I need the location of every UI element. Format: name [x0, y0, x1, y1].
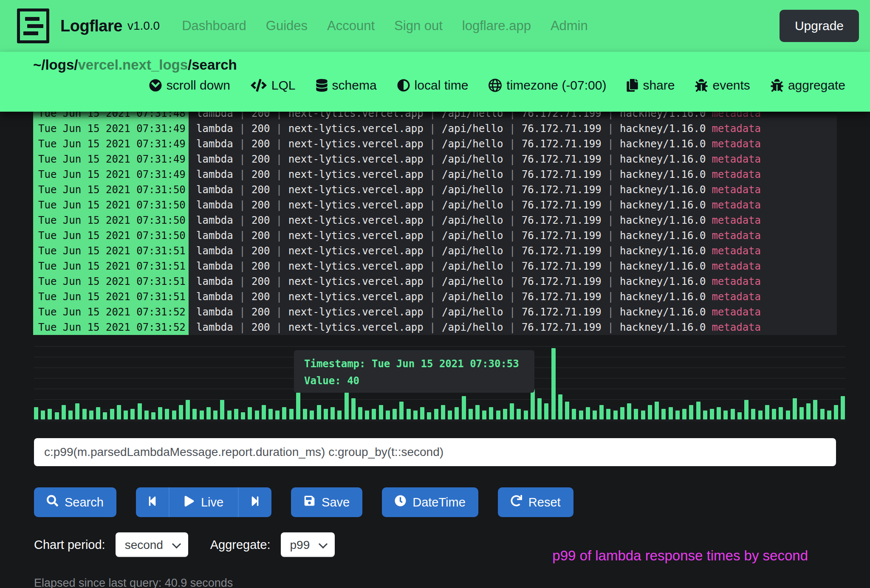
chart-bar[interactable]	[151, 412, 155, 419]
nav-link-guides[interactable]: Guides	[266, 18, 308, 34]
chart-bar[interactable]	[841, 396, 845, 419]
chart-bar[interactable]	[496, 411, 500, 419]
chart-bar[interactable]	[213, 411, 218, 419]
chart-bar[interactable]	[758, 411, 763, 419]
chart-bar[interactable]	[503, 409, 507, 419]
toolbar-item-local-time[interactable]: local time	[397, 78, 469, 93]
chart-bar[interactable]	[262, 405, 266, 419]
chart-bar[interactable]	[737, 412, 742, 419]
chart-bar[interactable]	[144, 411, 149, 419]
chart-bar[interactable]	[786, 411, 790, 419]
chart-bar[interactable]	[448, 411, 452, 419]
chart-bar[interactable]	[130, 409, 135, 419]
toolbar-item-events[interactable]: events	[695, 78, 750, 93]
search-button[interactable]: Search	[34, 487, 116, 517]
nav-link-admin[interactable]: Admin	[551, 18, 588, 34]
breadcrumb-source[interactable]: vercel.next_logs	[78, 57, 188, 73]
chart-bar[interactable]	[192, 409, 197, 419]
chart-bar[interactable]	[551, 348, 556, 419]
chart-bar[interactable]	[661, 409, 666, 419]
chart-bar[interactable]	[682, 409, 686, 419]
chart-bar[interactable]	[75, 403, 79, 419]
chart-bar[interactable]	[365, 411, 369, 419]
chart-bar[interactable]	[489, 407, 493, 419]
chart-bar[interactable]	[386, 411, 390, 419]
log-row[interactable]: Tue Jun 15 2021 07:31:52lambda | 200 | n…	[33, 320, 837, 335]
chart-bar[interactable]	[358, 407, 362, 419]
chart-bar[interactable]	[427, 412, 431, 419]
chart-bar[interactable]	[317, 405, 321, 419]
log-row[interactable]: Tue Jun 15 2021 07:31:49lambda | 200 | n…	[33, 152, 837, 167]
chart-bar[interactable]	[641, 411, 645, 419]
chart-bar[interactable]	[268, 409, 273, 419]
datetime-button[interactable]: DateTime	[382, 487, 478, 517]
chart-bar[interactable]	[696, 402, 701, 419]
chart-bar[interactable]	[310, 411, 314, 419]
chart-period-select[interactable]: second	[116, 532, 188, 557]
nav-link-logflare-app[interactable]: logflare.app	[462, 18, 531, 34]
chart-bar[interactable]	[634, 409, 638, 419]
live-button[interactable]: Live	[169, 487, 238, 517]
log-row[interactable]: Tue Jun 15 2021 07:31:49lambda | 200 | n…	[33, 136, 837, 152]
chart-bar[interactable]	[620, 407, 624, 419]
log-row[interactable]: Tue Jun 15 2021 07:31:51lambda | 200 | n…	[33, 259, 837, 274]
toolbar-item-aggregate[interactable]: aggregate	[771, 78, 845, 93]
chart-bar[interactable]	[723, 411, 728, 419]
log-row[interactable]: Tue Jun 15 2021 07:31:50lambda | 200 | n…	[33, 228, 837, 243]
chart-bar[interactable]	[441, 405, 445, 419]
metadata-link[interactable]: metadata	[712, 291, 761, 303]
skip-to-start-button[interactable]	[136, 487, 169, 517]
chart-bar[interactable]	[372, 409, 376, 419]
chart-bar[interactable]	[565, 402, 569, 419]
chart-bar[interactable]	[572, 409, 576, 419]
log-row[interactable]: Tue Jun 15 2021 07:31:49lambda | 200 | n…	[33, 167, 837, 182]
toolbar-item-share[interactable]: share	[627, 78, 675, 93]
chart-bar[interactable]	[324, 409, 328, 419]
metadata-link[interactable]: metadata	[712, 123, 761, 135]
nav-link-dashboard[interactable]: Dashboard	[182, 18, 246, 34]
chart-bar[interactable]	[717, 407, 721, 419]
chart-bar[interactable]	[179, 405, 183, 419]
chart-bar[interactable]	[351, 398, 356, 419]
chart-bar[interactable]	[599, 405, 604, 419]
chart-bar[interactable]	[669, 407, 673, 419]
chart-bar[interactable]	[379, 405, 383, 419]
chart-bar[interactable]	[48, 409, 52, 419]
reset-button[interactable]: Reset	[498, 487, 573, 517]
chart-bar[interactable]	[475, 405, 480, 419]
chart-bar[interactable]	[393, 409, 397, 419]
chart-bar[interactable]	[593, 411, 597, 419]
chart-bar[interactable]	[510, 403, 514, 419]
chart-bar[interactable]	[482, 411, 486, 419]
log-row[interactable]: Tue Jun 15 2021 07:31:50lambda | 200 | n…	[33, 213, 837, 228]
upgrade-button[interactable]: Upgrade	[780, 10, 859, 42]
chart-bar[interactable]	[303, 409, 307, 419]
skip-to-end-button[interactable]	[238, 487, 271, 517]
chart-bar[interactable]	[703, 411, 707, 419]
chart-bar[interactable]	[710, 409, 714, 419]
chart-bar[interactable]	[648, 405, 652, 419]
chart-bar[interactable]	[420, 407, 424, 419]
log-row[interactable]: Tue Jun 15 2021 07:31:50lambda | 200 | n…	[33, 182, 837, 197]
chart-bar[interactable]	[517, 409, 521, 419]
chart-bar[interactable]	[531, 389, 535, 419]
chart-bar[interactable]	[606, 409, 610, 419]
chart-bar[interactable]	[544, 403, 548, 419]
chart-bar[interactable]	[289, 409, 294, 419]
chart-bar[interactable]	[124, 411, 128, 419]
log-row[interactable]: Tue Jun 15 2021 07:31:51lambda | 200 | n…	[33, 289, 837, 304]
chart-bar[interactable]	[200, 411, 204, 419]
metadata-link[interactable]: metadata	[712, 138, 761, 150]
log-row[interactable]: Tue Jun 15 2021 07:31:52lambda | 200 | n…	[33, 304, 837, 320]
chart-bar[interactable]	[103, 412, 107, 419]
chart-bar[interactable]	[206, 407, 211, 419]
chart-bar[interactable]	[34, 407, 38, 419]
nav-link-sign-out[interactable]: Sign out	[394, 18, 443, 34]
chart-bar[interactable]	[744, 400, 749, 419]
toolbar-item-lql[interactable]: LQL	[251, 78, 296, 93]
log-row[interactable]: Tue Jun 15 2021 07:31:48lambda | 200 | n…	[33, 112, 837, 121]
chart-bar[interactable]	[110, 409, 114, 419]
chart-bar[interactable]	[68, 411, 73, 419]
chart-bar[interactable]	[579, 411, 583, 419]
chart-bar[interactable]	[296, 393, 300, 419]
